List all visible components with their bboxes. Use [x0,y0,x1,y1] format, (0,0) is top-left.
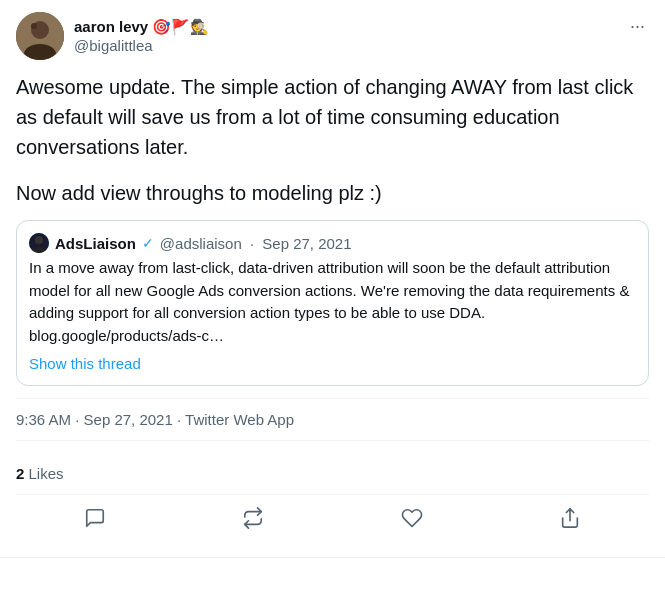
quoted-author-username: @adsliaison · Sep 27, 2021 [160,235,352,252]
avatar-image [16,12,64,60]
tweet-time: 9:36 AM [16,411,71,428]
likes-section: 2 Likes [16,453,649,495]
tweet-platform: Twitter Web App [185,411,294,428]
tweet-text: Awesome update. The simple action of cha… [16,72,649,208]
username[interactable]: @bigalittlea [74,36,209,56]
tweet-container: aaron levy 🎯🚩🕵️ @bigalittlea ··· Awesome… [0,0,665,558]
tweet-actions [16,495,649,545]
likes-count: 2 [16,465,24,482]
svg-point-5 [35,236,43,244]
like-button[interactable] [391,499,433,541]
tweet-date: Sep 27, 2021 [84,411,173,428]
like-icon [401,507,423,534]
meta-dot1: · [75,411,79,428]
quoted-tweet-text: In a move away from last-click, data-dri… [29,257,636,347]
quoted-avatar [29,233,49,253]
tweet-text-line2: Now add view throughs to modeling plz :) [16,178,649,208]
avatar[interactable] [16,12,64,60]
share-icon [559,507,581,534]
tweet-text-line1: Awesome update. The simple action of cha… [16,72,649,162]
tweet-header: aaron levy 🎯🚩🕵️ @bigalittlea ··· [16,12,649,60]
tweet-meta: 9:36 AM · Sep 27, 2021 · Twitter Web App [16,398,649,441]
share-button[interactable] [549,499,591,541]
quoted-tweet[interactable]: AdsLiaison ✓ @adsliaison · Sep 27, 2021 … [16,220,649,386]
retweet-icon [242,507,264,534]
retweet-button[interactable] [232,499,274,541]
user-info: aaron levy 🎯🚩🕵️ @bigalittlea [74,17,209,56]
reply-button[interactable] [74,499,116,541]
show-thread-link[interactable]: Show this thread [29,355,141,372]
quoted-avatar-image [29,233,49,253]
svg-point-3 [31,23,37,29]
quoted-author-name: AdsLiaison [55,235,136,252]
display-name[interactable]: aaron levy 🎯🚩🕵️ [74,17,209,37]
quoted-tweet-header: AdsLiaison ✓ @adsliaison · Sep 27, 2021 [29,233,636,253]
more-options-button[interactable]: ··· [626,12,649,41]
verified-badge-icon: ✓ [142,235,154,251]
meta-dot2: · [177,411,181,428]
likes-label: Likes [29,465,64,482]
reply-icon [84,507,106,534]
tweet-header-left: aaron levy 🎯🚩🕵️ @bigalittlea [16,12,209,60]
